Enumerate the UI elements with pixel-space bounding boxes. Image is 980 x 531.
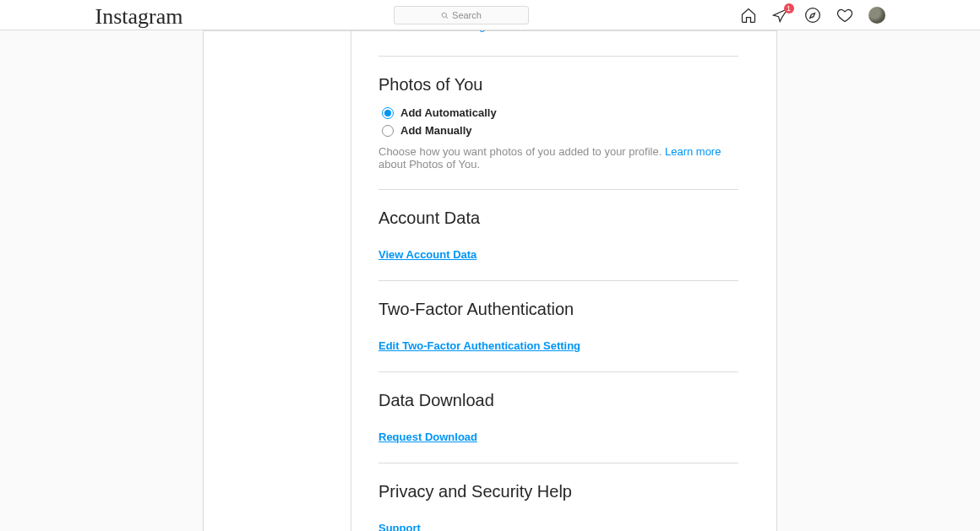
search-input[interactable]: Search xyxy=(394,6,529,24)
activity-icon[interactable] xyxy=(836,7,853,24)
messages-icon[interactable]: 1 xyxy=(772,7,789,24)
view-account-data-link[interactable]: View Account Data xyxy=(378,248,476,261)
account-data-title: Account Data xyxy=(378,209,738,228)
svg-point-0 xyxy=(805,8,819,23)
data-download-title: Data Download xyxy=(378,391,738,410)
radio-label: Add Manually xyxy=(400,124,472,137)
explore-icon[interactable] xyxy=(804,7,821,24)
edit-two-factor-link[interactable]: Edit Two-Factor Authentication Setting xyxy=(378,339,580,352)
brand-logo[interactable]: Instagram xyxy=(95,4,183,30)
photos-of-you-title: Photos of You xyxy=(378,75,738,95)
messages-badge: 1 xyxy=(784,3,794,14)
settings-sidebar xyxy=(204,31,351,531)
nav-icons: 1 xyxy=(740,7,885,24)
avatar[interactable] xyxy=(868,7,885,24)
search-icon xyxy=(441,12,449,19)
learn-more-link[interactable]: Learn more xyxy=(665,145,721,158)
support-link[interactable]: Support xyxy=(378,522,421,531)
radio-add-manually[interactable]: Add Manually xyxy=(382,124,738,137)
request-download-link[interactable]: Request Download xyxy=(378,431,477,443)
radio-add-automatically[interactable]: Add Automatically xyxy=(382,106,738,119)
divider xyxy=(378,280,738,281)
radio-label: Add Automatically xyxy=(400,106,497,119)
privacy-help-title: Privacy and Security Help xyxy=(378,482,738,501)
home-icon[interactable] xyxy=(740,7,757,24)
radio-icon xyxy=(382,107,394,119)
radio-icon xyxy=(382,125,394,137)
settings-main: Edit Comment Settings Photos of You Add … xyxy=(351,31,776,531)
divider xyxy=(378,463,738,463)
divider xyxy=(378,189,738,190)
photos-help-text: Choose how you want photos of you added … xyxy=(378,145,738,171)
search-placeholder: Search xyxy=(452,10,482,20)
divider xyxy=(378,371,738,372)
settings-card: Edit Comment Settings Photos of You Add … xyxy=(203,30,777,531)
divider xyxy=(378,56,738,57)
top-nav: Instagram Search 1 xyxy=(0,0,980,30)
two-factor-title: Two-Factor Authentication xyxy=(378,300,738,319)
